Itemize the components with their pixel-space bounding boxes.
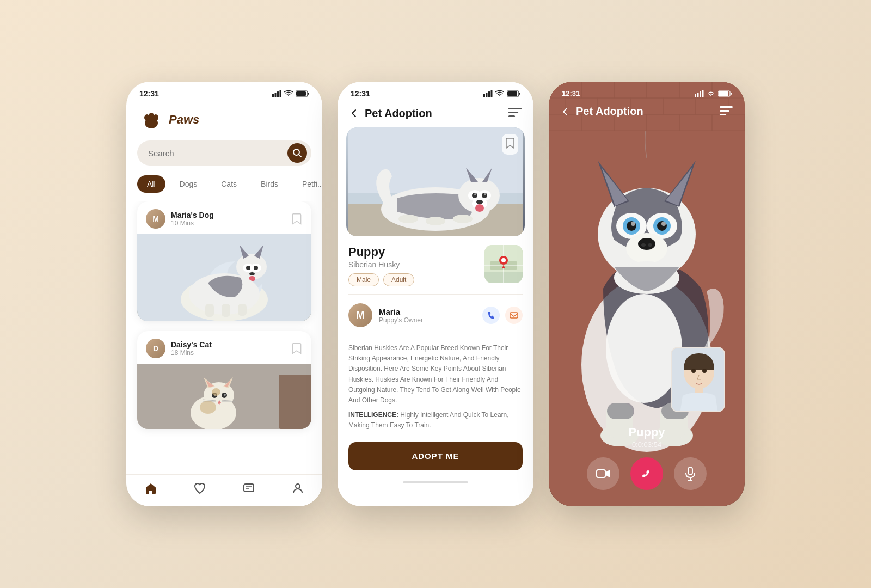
mail-icon <box>510 311 518 320</box>
adopt-button[interactable]: ADOPT ME <box>348 442 523 470</box>
call-status-bar: 12:31 <box>549 82 745 102</box>
back-icon-2[interactable] <box>348 108 359 119</box>
video-toggle-button[interactable] <box>587 457 619 490</box>
nav-home[interactable] <box>144 481 158 495</box>
owner-section-role: Puppy's Owner <box>379 316 423 324</box>
svg-point-47 <box>212 388 220 396</box>
svg-rect-0 <box>272 94 274 97</box>
svg-rect-59 <box>519 93 520 95</box>
category-tabs: All Dogs Cats Birds Petfi... <box>126 175 322 201</box>
home-icon <box>144 482 157 495</box>
bookmark-icon-cat[interactable] <box>291 342 303 354</box>
owner-avatar-detail: M <box>348 303 372 327</box>
call-controls <box>549 452 745 506</box>
svg-point-146 <box>691 369 696 373</box>
svg-rect-56 <box>491 90 493 97</box>
tab-petfi[interactable]: Petfi... <box>292 175 322 193</box>
app-name: Paws <box>169 113 199 127</box>
pet-detail-image <box>346 127 525 236</box>
call-battery-icon <box>718 90 732 97</box>
video-camera-icon <box>596 468 610 479</box>
call-signal-icon <box>695 90 704 97</box>
owner-section-info: Maria Puppy's Owner <box>379 307 423 324</box>
tab-all[interactable]: All <box>137 175 165 193</box>
caller-card <box>671 347 725 412</box>
feed: M Maria's Dog 10 Mins <box>126 201 322 485</box>
contact-mail-button[interactable] <box>505 307 523 324</box>
intelligence-text: INTELLIGENCE: Highly Intelligent And Qui… <box>348 410 523 431</box>
svg-rect-142 <box>720 110 729 112</box>
post-time-dog: 10 Mins <box>171 219 214 227</box>
description-text: Siberian Huskies Are A Popular Breed Kno… <box>348 343 523 406</box>
description-section: Siberian Huskies Are A Popular Breed Kno… <box>338 339 533 438</box>
end-call-button[interactable] <box>630 457 663 490</box>
owner-section-name: Maria <box>379 307 423 316</box>
microphone-icon <box>685 467 696 481</box>
mic-toggle-button[interactable] <box>674 457 707 490</box>
intelligence-label: INTELLIGENCE: <box>348 411 398 419</box>
owner-info-cat: D Daisy's Cat 18 Mins <box>146 339 212 358</box>
status-bar-2: 12:31 <box>338 82 533 102</box>
map-thumbnail[interactable] <box>484 245 523 283</box>
map-icon <box>484 245 523 283</box>
call-menu-icon[interactable] <box>719 106 734 118</box>
divider-2 <box>348 336 523 336</box>
search-bar[interactable] <box>137 140 311 166</box>
pet-card-dog[interactable]: M Maria's Dog 10 Mins <box>137 201 311 321</box>
pet-card-cat[interactable]: D Daisy's Cat 18 Mins <box>137 331 311 429</box>
svg-point-74 <box>474 193 476 195</box>
svg-rect-135 <box>697 93 699 97</box>
svg-point-88 <box>501 258 506 262</box>
status-bar-1: 12:31 <box>126 82 322 102</box>
cat-image <box>137 364 311 429</box>
svg-point-75 <box>484 193 486 195</box>
search-button[interactable] <box>287 143 307 163</box>
bookmark-icon-dog[interactable] <box>291 213 303 225</box>
owner-info-dog: M Maria's Dog 10 Mins <box>146 209 214 229</box>
call-back-title: Pet Adoption <box>560 105 643 118</box>
phone-detail: 12:31 <box>338 82 533 506</box>
nav-header-2: Pet Adoption <box>338 102 533 127</box>
chat-icon <box>242 482 255 495</box>
svg-rect-54 <box>486 93 488 97</box>
svg-point-77 <box>476 200 483 204</box>
nav-favorite[interactable] <box>193 481 207 495</box>
tab-birds[interactable]: Birds <box>251 175 288 193</box>
pet-detail-bookmark[interactable] <box>502 134 518 155</box>
search-input[interactable] <box>148 149 287 158</box>
svg-rect-31 <box>279 375 311 429</box>
svg-point-78 <box>475 204 484 212</box>
search-icon <box>292 148 302 158</box>
call-page-title: Pet Adoption <box>576 105 643 118</box>
svg-point-10 <box>153 114 158 121</box>
status-icons-1 <box>272 90 309 97</box>
contact-phone-button[interactable] <box>482 307 500 324</box>
cat-illustration <box>137 364 311 429</box>
svg-rect-29 <box>238 304 247 316</box>
nav-profile[interactable] <box>291 481 305 495</box>
scroll-indicator <box>403 481 468 483</box>
bookmark-detail-icon <box>505 137 515 149</box>
svg-rect-141 <box>720 106 733 108</box>
wifi-icon-2 <box>495 90 504 97</box>
svg-rect-143 <box>720 114 726 115</box>
tab-dogs[interactable]: Dogs <box>170 175 207 193</box>
signal-icon <box>272 90 281 97</box>
svg-point-48 <box>200 401 216 414</box>
svg-rect-28 <box>222 304 230 317</box>
owner-section: M Maria Puppy's Owner <box>338 297 533 334</box>
menu-icon-2[interactable] <box>507 106 523 121</box>
tab-cats[interactable]: Cats <box>211 175 247 193</box>
svg-point-80 <box>426 217 445 225</box>
call-back-icon[interactable] <box>560 106 571 117</box>
nav-chat[interactable] <box>242 481 256 495</box>
contact-icons <box>482 307 523 324</box>
tag-male: Male <box>348 273 379 286</box>
svg-rect-64 <box>348 127 523 193</box>
bottom-nav <box>126 474 322 506</box>
call-time: 12:31 <box>562 89 580 97</box>
heart-icon <box>193 482 206 495</box>
svg-line-12 <box>299 155 302 157</box>
pet-info-section: Puppy Siberian Husky Male Adult <box>338 236 533 292</box>
time-2: 12:31 <box>351 89 370 98</box>
